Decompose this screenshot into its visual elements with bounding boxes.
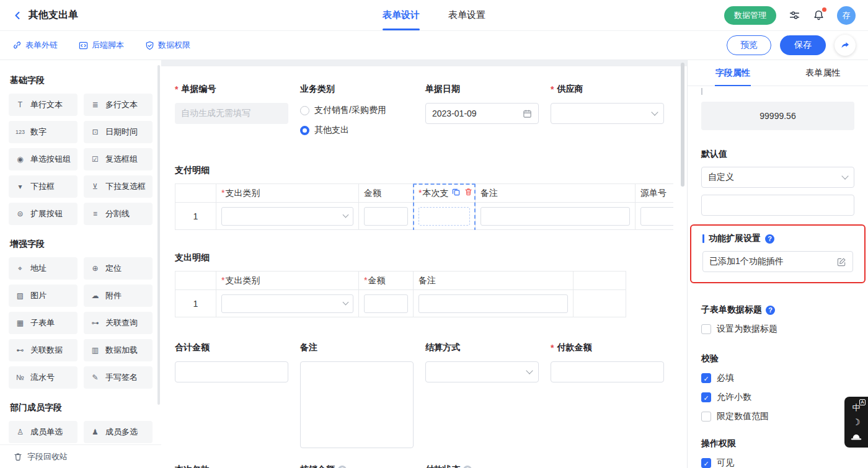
- remark-textarea[interactable]: [300, 361, 414, 448]
- theme-hat-icon[interactable]: [851, 430, 862, 443]
- sidebar-item-multi-text[interactable]: ≣多行文本: [84, 94, 153, 116]
- field-doc-date[interactable]: 单据日期 2023-01-09: [425, 84, 539, 143]
- pay-detail-table: 支出类别 金额 本次支 备注 源单号 1: [175, 183, 673, 230]
- back-button[interactable]: [12, 11, 22, 20]
- col-header-remark[interactable]: 备注: [414, 272, 574, 290]
- language-toggle-icon[interactable]: 中 A: [852, 402, 861, 414]
- radio-checked-icon: [300, 126, 309, 135]
- remark-input[interactable]: [480, 207, 630, 226]
- delete-field-icon[interactable]: [464, 188, 472, 196]
- expense-type-select[interactable]: [221, 207, 353, 226]
- dark-mode-moon-icon[interactable]: ☽: [852, 416, 861, 428]
- field-pay-amount[interactable]: 付款金额: [551, 342, 664, 448]
- col-header-source-no[interactable]: 源单号: [636, 184, 674, 203]
- sidebar-item-data-load[interactable]: ▥数据加载: [84, 339, 153, 361]
- current-pay-input[interactable]: [418, 207, 470, 226]
- col-header-remark[interactable]: 备注: [476, 184, 636, 203]
- property-panel: 字段属性 表单属性 99999.56 默认值 自定义 功能扩展设置 ? 已添加1…: [687, 60, 868, 468]
- sidebar-item-member-multi[interactable]: ♟成员多选: [84, 421, 153, 443]
- col-header-amount[interactable]: 金额: [359, 272, 414, 290]
- supplier-select[interactable]: [551, 103, 664, 124]
- doc-number-input[interactable]: 自动生成无需填写: [175, 103, 288, 124]
- sidebar-item-linked-data[interactable]: ⊷关联数据: [9, 339, 78, 361]
- field-total-amount[interactable]: 合计金额: [175, 342, 288, 448]
- help-icon[interactable]: ?: [766, 306, 775, 315]
- clipped-checkbox[interactable]: [701, 88, 702, 95]
- total-amount-input[interactable]: [175, 361, 288, 382]
- col-header-amount[interactable]: 金额: [359, 184, 414, 203]
- subform-title-checkbox-row[interactable]: 设置为数据标题: [701, 324, 854, 335]
- checkbox-required[interactable]: 必填: [701, 373, 854, 384]
- sidebar-item-radio-group[interactable]: ◉单选按钮组: [9, 148, 78, 170]
- source-no-input[interactable]: [640, 207, 673, 226]
- doc-date-input[interactable]: 2023-01-09: [425, 103, 539, 124]
- checkbox-allow-decimal[interactable]: 允许小数: [701, 392, 854, 403]
- copy-field-icon[interactable]: [452, 188, 460, 196]
- checkbox-visible[interactable]: 可见: [701, 457, 854, 468]
- notification-dot: [822, 7, 826, 12]
- sidebar-item-member-single[interactable]: ♙成员单选: [9, 421, 78, 443]
- avatar[interactable]: 存: [837, 6, 856, 25]
- col-header-expense-type[interactable]: 支出类别: [216, 272, 359, 290]
- calendar-icon: ⊡: [90, 128, 100, 136]
- preview-button[interactable]: 预览: [727, 35, 771, 55]
- backend-script-button[interactable]: 后端脚本: [79, 40, 124, 51]
- sidebar-scrollbar[interactable]: [157, 65, 160, 405]
- sidebar-item-signature[interactable]: ✎手写签名: [84, 366, 153, 389]
- pay-amount-input[interactable]: [551, 361, 664, 382]
- info-icon[interactable]: ?: [463, 466, 472, 468]
- sidebar-item-address[interactable]: ⌖地址: [9, 257, 78, 280]
- page-title: 其他支出单: [29, 9, 78, 22]
- data-permission-button[interactable]: 数据权限: [145, 40, 190, 51]
- tab-form-settings[interactable]: 表单设置: [448, 0, 485, 30]
- form-link-button[interactable]: 表单外链: [12, 40, 58, 51]
- tab-form-properties[interactable]: 表单属性: [778, 60, 868, 86]
- field-biz-type[interactable]: 业务类别 支付销售/采购费用 其他支出: [300, 84, 414, 143]
- sidebar-item-extend-button[interactable]: ⊜扩展按钮: [9, 203, 78, 225]
- sidebar-item-checkbox-group[interactable]: ☑复选框组: [84, 148, 153, 170]
- sidebar-item-single-text[interactable]: T单行文本: [9, 94, 78, 116]
- save-button[interactable]: 保存: [780, 35, 826, 55]
- settle-method-select[interactable]: [425, 361, 539, 382]
- sidebar-item-attachment[interactable]: ☁附件: [84, 285, 153, 307]
- amount-input[interactable]: [364, 207, 408, 226]
- sidebar-item-number[interactable]: 123数字: [9, 121, 78, 143]
- field-doc-number[interactable]: 单据编号 自动生成无需填写: [175, 84, 288, 143]
- field-supplier[interactable]: 供应商: [551, 84, 664, 143]
- default-value-select[interactable]: 自定义: [701, 167, 854, 188]
- sidebar-item-multi-dropdown[interactable]: ⊻下拉复选框: [84, 175, 153, 198]
- amount-input[interactable]: [364, 294, 408, 313]
- canvas-scrollbar[interactable]: [681, 63, 684, 187]
- col-header-expense-type[interactable]: 支出类别: [216, 184, 359, 203]
- sidebar-item-subform[interactable]: ▦子表单: [9, 312, 78, 334]
- tab-form-design[interactable]: 表单设计: [383, 0, 420, 30]
- default-value-input[interactable]: [701, 195, 854, 216]
- edit-icon[interactable]: [837, 257, 846, 267]
- remark-input[interactable]: [418, 294, 568, 313]
- sidebar-item-linked-query[interactable]: ⊶关联查询: [84, 312, 153, 334]
- info-icon[interactable]: ?: [338, 466, 347, 468]
- checkbox-limit-range[interactable]: 限定数值范围: [701, 411, 854, 422]
- cell-source-no: [636, 203, 674, 230]
- expense-type-select[interactable]: [221, 294, 353, 313]
- checkbox-icon: [701, 324, 711, 334]
- cell-amount: [359, 290, 414, 317]
- radio-option-1[interactable]: 支付销售/采购费用: [300, 103, 414, 118]
- sidebar-item-geolocation[interactable]: ⊕定位: [84, 257, 153, 280]
- plugin-input[interactable]: 已添加1个功能插件: [702, 251, 853, 272]
- share-button[interactable]: [835, 35, 856, 56]
- sidebar-item-serial-number[interactable]: №流水号: [9, 366, 78, 389]
- data-manage-button[interactable]: 数据管理: [724, 6, 776, 25]
- field-remark[interactable]: 备注: [300, 342, 414, 448]
- radio-option-2[interactable]: 其他支出: [300, 123, 414, 138]
- sidebar-item-datetime[interactable]: ⊡日期时间: [84, 121, 153, 143]
- notification-bell-icon[interactable]: [813, 9, 825, 21]
- sidebar-item-dropdown[interactable]: ▾下拉框: [9, 175, 78, 198]
- sidebar-item-image[interactable]: ▨图片: [9, 285, 78, 307]
- tab-field-properties[interactable]: 字段属性: [688, 60, 778, 86]
- sidebar-item-divider[interactable]: ≡分割线: [84, 203, 153, 225]
- help-icon[interactable]: ?: [765, 234, 774, 244]
- sliders-icon[interactable]: [789, 9, 800, 21]
- field-settle-method[interactable]: 结算方式: [425, 342, 539, 448]
- field-recycle-bin[interactable]: 字段回收站: [0, 444, 161, 468]
